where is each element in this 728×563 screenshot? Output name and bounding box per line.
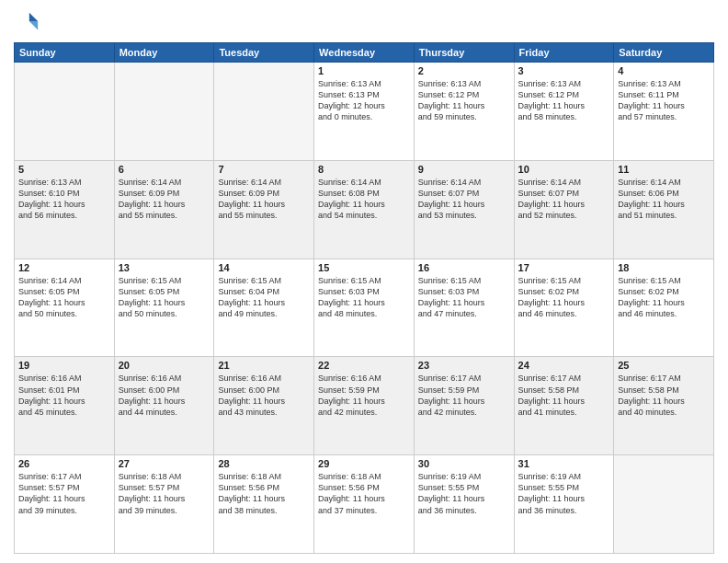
- day-info: Sunrise: 6:13 AMSunset: 6:12 PMDaylight:…: [418, 78, 510, 123]
- calendar-cell: 26Sunrise: 6:17 AMSunset: 5:57 PMDayligh…: [15, 455, 115, 554]
- day-info: Sunrise: 6:15 AMSunset: 6:03 PMDaylight:…: [418, 275, 510, 320]
- day-info: Sunrise: 6:16 AMSunset: 5:59 PMDaylight:…: [318, 373, 410, 418]
- weekday-sunday: Sunday: [15, 43, 115, 63]
- day-info: Sunrise: 6:17 AMSunset: 5:58 PMDaylight:…: [618, 373, 710, 418]
- calendar-table: SundayMondayTuesdayWednesdayThursdayFrid…: [14, 42, 714, 554]
- weekday-header-row: SundayMondayTuesdayWednesdayThursdayFrid…: [15, 43, 714, 63]
- day-number: 15: [318, 262, 410, 273]
- calendar-cell: 1Sunrise: 6:13 AMSunset: 6:13 PMDaylight…: [314, 63, 415, 161]
- calendar-cell: 15Sunrise: 6:15 AMSunset: 6:03 PMDayligh…: [314, 259, 415, 357]
- weekday-thursday: Thursday: [414, 43, 514, 63]
- day-number: 5: [18, 164, 110, 175]
- weekday-tuesday: Tuesday: [214, 43, 314, 63]
- day-number: 26: [18, 458, 110, 469]
- calendar-cell: 12Sunrise: 6:14 AMSunset: 6:05 PMDayligh…: [15, 259, 115, 357]
- day-number: 4: [618, 65, 710, 76]
- calendar-cell: 18Sunrise: 6:15 AMSunset: 6:02 PMDayligh…: [614, 259, 714, 357]
- calendar-cell: 2Sunrise: 6:13 AMSunset: 6:12 PMDaylight…: [414, 63, 514, 161]
- page: SundayMondayTuesdayWednesdayThursdayFrid…: [0, 0, 728, 563]
- week-row-4: 19Sunrise: 6:16 AMSunset: 6:01 PMDayligh…: [15, 357, 714, 455]
- calendar-cell: 8Sunrise: 6:14 AMSunset: 6:08 PMDaylight…: [314, 160, 415, 259]
- day-number: 11: [618, 164, 710, 175]
- day-info: Sunrise: 6:16 AMSunset: 6:00 PMDaylight:…: [218, 373, 310, 418]
- day-info: Sunrise: 6:16 AMSunset: 6:00 PMDaylight:…: [119, 373, 210, 418]
- weekday-saturday: Saturday: [614, 43, 714, 63]
- day-number: 14: [218, 262, 310, 273]
- day-number: 13: [119, 262, 210, 273]
- day-info: Sunrise: 6:14 AMSunset: 6:07 PMDaylight:…: [418, 177, 510, 222]
- day-info: Sunrise: 6:13 AMSunset: 6:13 PMDaylight:…: [318, 78, 410, 123]
- day-number: 27: [119, 458, 210, 469]
- day-info: Sunrise: 6:14 AMSunset: 6:09 PMDaylight:…: [119, 177, 210, 222]
- calendar-cell: 20Sunrise: 6:16 AMSunset: 6:00 PMDayligh…: [114, 357, 214, 455]
- weekday-wednesday: Wednesday: [314, 43, 415, 63]
- day-info: Sunrise: 6:17 AMSunset: 5:58 PMDaylight:…: [518, 373, 610, 418]
- calendar-cell: 29Sunrise: 6:18 AMSunset: 5:56 PMDayligh…: [314, 455, 415, 554]
- day-number: 1: [318, 65, 410, 76]
- day-number: 30: [418, 458, 510, 469]
- day-number: 3: [518, 65, 610, 76]
- calendar-cell: 5Sunrise: 6:13 AMSunset: 6:10 PMDaylight…: [15, 160, 115, 259]
- calendar-cell: 19Sunrise: 6:16 AMSunset: 6:01 PMDayligh…: [15, 357, 115, 455]
- calendar-cell: 14Sunrise: 6:15 AMSunset: 6:04 PMDayligh…: [214, 259, 314, 357]
- day-number: 16: [418, 262, 510, 273]
- day-number: 9: [418, 164, 510, 175]
- logo: [14, 9, 43, 35]
- day-info: Sunrise: 6:14 AMSunset: 6:05 PMDaylight:…: [18, 275, 110, 320]
- day-info: Sunrise: 6:14 AMSunset: 6:06 PMDaylight:…: [618, 177, 710, 222]
- day-info: Sunrise: 6:13 AMSunset: 6:10 PMDaylight:…: [18, 177, 110, 222]
- calendar-cell: [15, 63, 115, 161]
- day-info: Sunrise: 6:14 AMSunset: 6:09 PMDaylight:…: [218, 177, 310, 222]
- calendar-cell: [614, 455, 714, 554]
- calendar-cell: 24Sunrise: 6:17 AMSunset: 5:58 PMDayligh…: [514, 357, 614, 455]
- day-number: 18: [618, 262, 710, 273]
- calendar-cell: [114, 63, 214, 161]
- day-info: Sunrise: 6:19 AMSunset: 5:55 PMDaylight:…: [418, 471, 510, 516]
- day-number: 19: [18, 360, 110, 371]
- day-info: Sunrise: 6:19 AMSunset: 5:55 PMDaylight:…: [518, 471, 610, 516]
- day-number: 2: [418, 65, 510, 76]
- calendar-cell: 16Sunrise: 6:15 AMSunset: 6:03 PMDayligh…: [414, 259, 514, 357]
- day-number: 20: [119, 360, 210, 371]
- day-info: Sunrise: 6:18 AMSunset: 5:56 PMDaylight:…: [218, 471, 310, 516]
- day-number: 12: [18, 262, 110, 273]
- day-number: 17: [518, 262, 610, 273]
- day-info: Sunrise: 6:15 AMSunset: 6:02 PMDaylight:…: [518, 275, 610, 320]
- calendar-cell: 30Sunrise: 6:19 AMSunset: 5:55 PMDayligh…: [414, 455, 514, 554]
- calendar-cell: 7Sunrise: 6:14 AMSunset: 6:09 PMDaylight…: [214, 160, 314, 259]
- week-row-3: 12Sunrise: 6:14 AMSunset: 6:05 PMDayligh…: [15, 259, 714, 357]
- svg-marker-0: [29, 13, 38, 21]
- calendar-cell: 13Sunrise: 6:15 AMSunset: 6:05 PMDayligh…: [114, 259, 214, 357]
- day-number: 10: [518, 164, 610, 175]
- day-number: 31: [518, 458, 610, 469]
- calendar-cell: 6Sunrise: 6:14 AMSunset: 6:09 PMDaylight…: [114, 160, 214, 259]
- calendar-cell: 9Sunrise: 6:14 AMSunset: 6:07 PMDaylight…: [414, 160, 514, 259]
- week-row-2: 5Sunrise: 6:13 AMSunset: 6:10 PMDaylight…: [15, 160, 714, 259]
- calendar-cell: [214, 63, 314, 161]
- day-info: Sunrise: 6:13 AMSunset: 6:11 PMDaylight:…: [618, 78, 710, 123]
- calendar-cell: 27Sunrise: 6:18 AMSunset: 5:57 PMDayligh…: [114, 455, 214, 554]
- calendar-cell: 17Sunrise: 6:15 AMSunset: 6:02 PMDayligh…: [514, 259, 614, 357]
- day-number: 28: [218, 458, 310, 469]
- logo-icon: [14, 9, 40, 35]
- day-info: Sunrise: 6:15 AMSunset: 6:04 PMDaylight:…: [218, 275, 310, 320]
- calendar-cell: 25Sunrise: 6:17 AMSunset: 5:58 PMDayligh…: [614, 357, 714, 455]
- header: [14, 9, 714, 35]
- day-info: Sunrise: 6:15 AMSunset: 6:03 PMDaylight:…: [318, 275, 410, 320]
- calendar-cell: 4Sunrise: 6:13 AMSunset: 6:11 PMDaylight…: [614, 63, 714, 161]
- day-info: Sunrise: 6:17 AMSunset: 5:59 PMDaylight:…: [418, 373, 510, 418]
- calendar-cell: 31Sunrise: 6:19 AMSunset: 5:55 PMDayligh…: [514, 455, 614, 554]
- day-number: 24: [518, 360, 610, 371]
- week-row-1: 1Sunrise: 6:13 AMSunset: 6:13 PMDaylight…: [15, 63, 714, 161]
- day-info: Sunrise: 6:18 AMSunset: 5:56 PMDaylight:…: [318, 471, 410, 516]
- day-info: Sunrise: 6:15 AMSunset: 6:02 PMDaylight:…: [618, 275, 710, 320]
- day-info: Sunrise: 6:15 AMSunset: 6:05 PMDaylight:…: [119, 275, 210, 320]
- calendar-cell: 3Sunrise: 6:13 AMSunset: 6:12 PMDaylight…: [514, 63, 614, 161]
- weekday-friday: Friday: [514, 43, 614, 63]
- day-number: 25: [618, 360, 710, 371]
- week-row-5: 26Sunrise: 6:17 AMSunset: 5:57 PMDayligh…: [15, 455, 714, 554]
- day-number: 7: [218, 164, 310, 175]
- day-info: Sunrise: 6:14 AMSunset: 6:07 PMDaylight:…: [518, 177, 610, 222]
- day-number: 22: [318, 360, 410, 371]
- day-info: Sunrise: 6:14 AMSunset: 6:08 PMDaylight:…: [318, 177, 410, 222]
